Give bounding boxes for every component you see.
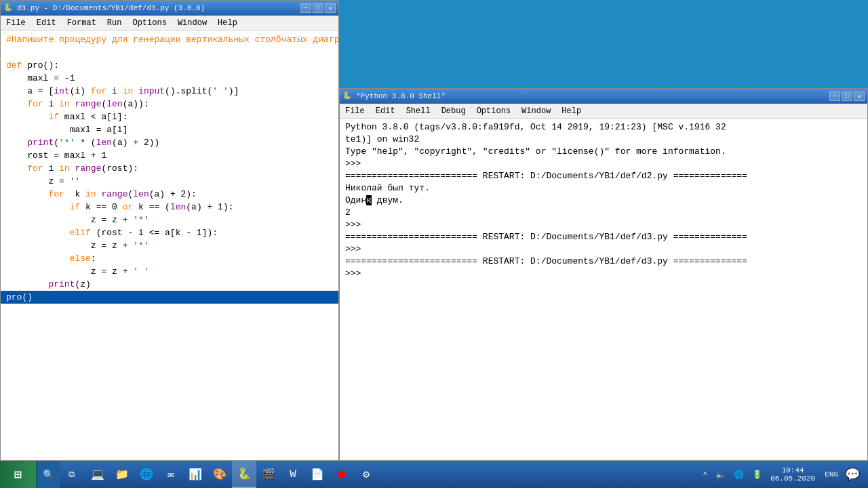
code-line-2: def pro():	[1, 59, 338, 72]
language-indicator[interactable]: ENG	[821, 470, 842, 479]
code-line-15: elif (rost - i <= a[k - 1]):	[1, 226, 338, 239]
taskbar-icon-pdf[interactable]: 📄	[305, 461, 330, 488]
menu-edit[interactable]: Edit	[31, 16, 62, 30]
shell-line-2: Type "help", "copyright", "credits" or "…	[345, 146, 862, 158]
code-line-4: a = [int(i) for i in input().split(' ')]	[1, 85, 338, 98]
maximize-button[interactable]: □	[313, 3, 323, 13]
code-line-9: rost = maxl + 1	[1, 149, 338, 162]
shell-menu-shell[interactable]: Shell	[401, 104, 436, 119]
shell-line-3: >>>	[345, 158, 862, 170]
tray-expand-icon[interactable]: ^	[701, 470, 711, 479]
editor-title-bar: 🐍 d3.py - D:/Documents/YB1/def/d3.py (3.…	[1, 1, 338, 16]
tray-network-icon[interactable]: 🌐	[731, 470, 747, 480]
task-view-icon: ⧉	[68, 470, 75, 480]
shell-menu-bar: File Edit Shell Debug Options Window Hel…	[340, 104, 867, 119]
code-line-13: if k == 0 or k == (len(a) + 1):	[1, 201, 338, 214]
code-line-8: print('*' * (len(a) + 2))	[1, 136, 338, 149]
code-line-3: maxl = -1	[1, 72, 338, 85]
code-line-5: for i in range(len(a)):	[1, 98, 338, 110]
taskbar-app-icons: 💻 📁 🌐 ✉ 📊 🎨 🐍 🎬 W 📄 ⏺ ⚙	[83, 461, 381, 488]
shell-menu-edit[interactable]: Edit	[370, 104, 401, 119]
code-line-17: else:	[1, 252, 338, 265]
shell-line-5: Николай был тут.	[345, 182, 862, 195]
editor-window-controls: ─ □ ✕	[300, 3, 336, 13]
shell-line-0: Python 3.8.0 (tags/v3.8.0:fa919fd, Oct 1…	[345, 121, 862, 134]
tray-volume-icon[interactable]: 🔈	[713, 470, 728, 480]
search-icon: 🔍	[43, 469, 54, 481]
taskbar-icon-computer[interactable]: 💻	[85, 461, 110, 488]
shell-icon: 🐍	[342, 91, 353, 102]
shell-maximize-button[interactable]: □	[842, 92, 852, 101]
taskbar-system-tray: ^ 🔈 🌐 🔋 10:44 06.05.2020 ENG 💬	[695, 461, 868, 488]
menu-format[interactable]: Format	[62, 16, 102, 30]
shell-title: *Python 3.8.0 Shell*	[356, 92, 829, 100]
shell-output-area[interactable]: Python 3.8.0 (tags/v3.8.0:fa919fd, Oct 1…	[340, 119, 867, 460]
taskbar-icon-video[interactable]: 🎬	[256, 461, 281, 488]
clock-date: 06.05.2020	[770, 474, 815, 483]
code-line-14: z = z + '*'	[1, 214, 338, 226]
shell-line-6: Одинк двум.	[345, 195, 862, 207]
shell-window: 🐍 *Python 3.8.0 Shell* ─ □ ✕ File Edit S…	[339, 88, 868, 461]
taskbar-icon-record[interactable]: ⏺	[330, 461, 354, 488]
taskbar: ⊞ 🔍 ⧉ 💻 📁 🌐 ✉ 📊 🎨 🐍 🎬 W 📄 ⏺ ⚙ ^ 🔈 🌐 🔋 10…	[0, 461, 868, 488]
code-line-11: z = ''	[1, 175, 338, 188]
task-view-button[interactable]: ⧉	[60, 461, 83, 488]
minimize-button[interactable]: ─	[300, 3, 311, 13]
editor-title: d3.py - D:/Documents/YB1/def/d3.py (3.8.…	[17, 4, 300, 12]
menu-window[interactable]: Window	[172, 16, 212, 30]
shell-menu-window[interactable]: Window	[516, 104, 556, 119]
code-line-10: for i in range(rost):	[1, 162, 338, 175]
tray-battery-icon[interactable]: 🔋	[749, 470, 765, 480]
taskbar-icon-settings[interactable]: ⚙	[354, 461, 378, 488]
taskbar-icon-mail[interactable]: ✉	[159, 461, 183, 488]
shell-line-7: 2	[345, 207, 862, 219]
code-line-0: #Напишите процедуру для генерации вертик…	[1, 33, 338, 46]
shell-minimize-button[interactable]: ─	[829, 92, 840, 101]
editor-menu-bar: File Edit Format Run Options Window Help	[1, 16, 338, 30]
shell-line-10: >>>	[345, 243, 862, 256]
start-icon: ⊞	[14, 467, 22, 482]
close-button[interactable]: ✕	[325, 3, 336, 13]
code-line-12: for k in range(len(a) + 2):	[1, 188, 338, 201]
menu-options[interactable]: Options	[127, 16, 172, 30]
shell-close-button[interactable]: ✕	[854, 92, 865, 101]
taskbar-icon-excel[interactable]: 📊	[183, 461, 208, 488]
taskbar-icon-word[interactable]: W	[281, 461, 305, 488]
code-line-1	[1, 46, 338, 59]
editor-icon: 🐍	[3, 3, 14, 14]
taskbar-icon-explorer[interactable]: 📁	[110, 461, 134, 488]
shell-menu-file[interactable]: File	[340, 104, 370, 119]
shell-line-11: ========================= RESTART: D:/Do…	[345, 256, 862, 268]
shell-menu-help[interactable]: Help	[556, 104, 587, 119]
code-line-16: z = z + '*'	[1, 239, 338, 252]
menu-file[interactable]: File	[1, 16, 31, 30]
code-line-6: if maxl < a[i]:	[1, 110, 338, 123]
shell-menu-options[interactable]: Options	[471, 104, 516, 119]
shell-line-1: te1)] on win32	[345, 134, 862, 146]
search-button[interactable]: 🔍	[37, 461, 60, 488]
notification-button[interactable]: 💬	[842, 467, 863, 482]
system-tray-icons: ^ 🔈 🌐 🔋	[701, 470, 766, 480]
shell-line-4: ========================= RESTART: D:/Do…	[345, 170, 862, 182]
shell-menu-debug[interactable]: Debug	[436, 104, 471, 119]
clock-time: 10:44	[770, 466, 815, 474]
shell-line-8: >>>	[345, 219, 862, 231]
system-clock[interactable]: 10:44 06.05.2020	[765, 466, 821, 483]
code-line-19: print(z)	[1, 278, 338, 291]
editor-code-area[interactable]: #Напишите процедуру для генерации вертик…	[1, 30, 338, 460]
shell-title-bar: 🐍 *Python 3.8.0 Shell* ─ □ ✕	[340, 89, 867, 104]
code-line-18: z = z + ' '	[1, 265, 338, 278]
shell-line-9: ========================= RESTART: D:/Do…	[345, 231, 862, 243]
shell-window-controls: ─ □ ✕	[829, 92, 865, 101]
taskbar-icon-edge[interactable]: 🌐	[134, 461, 159, 488]
menu-help[interactable]: Help	[212, 16, 243, 30]
menu-run[interactable]: Run	[102, 16, 127, 30]
editor-window: 🐍 d3.py - D:/Documents/YB1/def/d3.py (3.…	[0, 0, 339, 461]
code-line-20: pro()	[1, 291, 338, 304]
shell-line-12: >>>	[345, 268, 862, 280]
taskbar-icon-python[interactable]: 🐍	[232, 461, 256, 488]
taskbar-icon-paint[interactable]: 🎨	[208, 461, 232, 488]
start-button[interactable]: ⊞	[0, 461, 37, 488]
code-line-7: maxl = a[i]	[1, 123, 338, 136]
